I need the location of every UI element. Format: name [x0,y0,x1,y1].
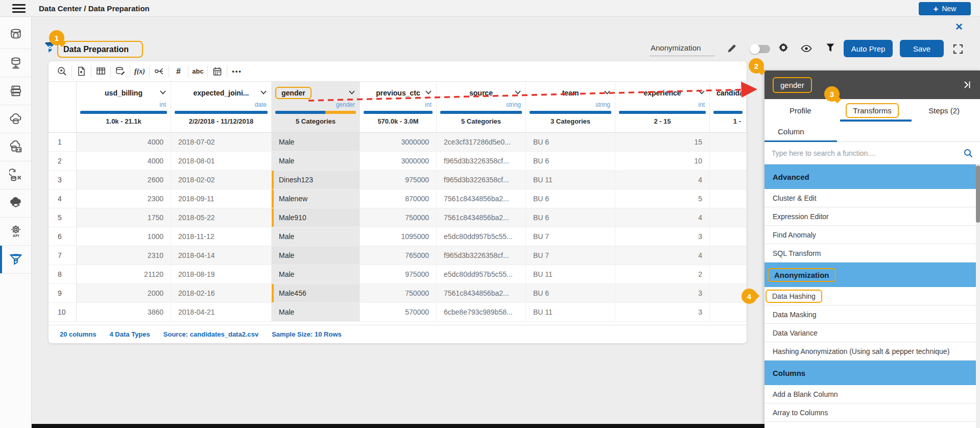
close-icon[interactable]: ✕ [955,21,963,33]
function-item-find-anomaly[interactable]: Find Anomaly [764,226,980,244]
chevron-down-icon[interactable] [349,90,355,94]
cell-usd_billing[interactable]: 2310 [77,246,171,265]
sidebar-item-data-cleanup[interactable] [0,161,31,189]
cell-team[interactable]: BU 7 [526,246,615,265]
cell-usd_billing[interactable]: 2600 [77,171,171,189]
chevron-down-icon[interactable] [260,90,267,94]
cell-experience[interactable]: 2 [615,265,710,283]
cell-usd_billing[interactable]: 4000 [77,152,171,170]
cell-candidate[interactable] [710,227,747,246]
subtab-column[interactable]: Column [764,122,980,142]
cell-candidate[interactable] [710,189,747,208]
cell-source[interactable]: 7561c8434856ba2... [437,284,526,302]
cell-expected_joini[interactable]: 2018-07-02 [171,133,272,151]
cell-previous_ctc[interactable]: 750000 [360,284,437,302]
cell-gender[interactable]: Male [272,133,360,151]
cell-expected_joini[interactable]: 2018-08-01 [171,152,272,170]
cell-usd_billing[interactable]: 1000 [77,227,171,246]
function-item-data-variance[interactable]: Data Variance [764,324,980,342]
cell-candidate[interactable] [710,171,747,189]
cell-experience[interactable]: 3 [615,227,710,246]
preview-toggle[interactable] [751,45,770,53]
auto-prep-button[interactable]: Auto Prep [844,40,893,57]
function-search-input[interactable] [772,149,960,157]
scrollbar-thumb[interactable] [976,165,980,223]
cell-team[interactable]: BU 11 [526,171,615,189]
cell-expected_joini[interactable]: 2018-02-02 [171,171,272,189]
function-item-hashing-anonymization-using-salt-pepper-[interactable]: Hashing Anonymization (Using salt & pepp… [764,342,980,361]
chevron-down-icon[interactable] [604,90,610,94]
cell-expected_joini[interactable]: 2018-02-16 [171,284,272,302]
function-item-expression-editor[interactable]: Expression Editor [764,207,980,226]
cell-candidate[interactable] [710,284,747,302]
cell-usd_billing[interactable]: 4000 [77,133,171,151]
cell-gender[interactable]: Dinesh123 [272,171,360,189]
cell-source[interactable]: e5dc80dd957b5c55... [437,227,526,246]
cell-candidate[interactable] [710,208,747,227]
panel-scrollbar[interactable] [976,164,980,428]
cell-previous_ctc[interactable]: 870000 [360,189,437,208]
cell-source[interactable]: f965d3b3226358cf... [437,152,526,170]
cell-candidate[interactable] [710,303,747,321]
function-item-array-to-columns[interactable]: Array to Columns [764,403,980,422]
edit-database-icon[interactable] [111,65,130,78]
cell-usd_billing[interactable]: 2000 [77,284,171,302]
cell-source[interactable]: 7561c8434856ba2... [437,208,526,227]
cell-experience[interactable]: 10 [615,152,710,170]
eye-icon[interactable] [801,45,812,52]
column-header-source[interactable]: sourcestring5 Categories [437,82,526,132]
cell-expected_joini[interactable]: 2018-05-22 [171,208,272,227]
cell-previous_ctc[interactable]: 765000 [360,246,437,265]
cell-team[interactable]: BU 7 [526,227,615,246]
sidebar-item-cloud-code[interactable] [0,133,31,161]
function-item-data-masking[interactable]: Data Masking [764,305,980,324]
cell-team[interactable]: BU 6 [526,133,615,151]
cell-previous_ctc[interactable]: 975000 [360,171,437,189]
cell-expected_joini[interactable]: 2018-04-14 [171,246,272,265]
cell-source[interactable]: f965d3b3226358cf... [437,171,526,189]
edit-pencil-icon[interactable] [727,44,736,53]
cell-gender[interactable]: Male910 [272,208,360,227]
function-item-sql-transform[interactable]: SQL Transform [764,244,980,263]
cell-previous_ctc[interactable]: 750000 [360,208,437,227]
chevron-down-icon[interactable] [425,90,432,94]
column-header-candidate[interactable]: candidate1 - [710,82,747,132]
cell-source[interactable]: f965d3b3226358cf... [437,246,526,265]
column-header-experience[interactable]: experienceint2 - 15 [615,82,710,132]
cell-team[interactable]: BU 6 [526,189,615,208]
column-header-team[interactable]: teamstring3 Categories [526,82,615,132]
new-button[interactable]: + New [919,2,971,15]
cell-gender[interactable]: Male [272,265,360,283]
cell-experience[interactable]: 4 [615,246,710,265]
chevron-down-icon[interactable] [160,90,166,94]
sidebar-item-data-center-home[interactable] [0,21,31,49]
tab-profile[interactable]: Profile [764,106,836,115]
collapse-panel-icon[interactable] [963,80,972,89]
report-file-icon[interactable] [72,65,91,78]
cell-previous_ctc[interactable]: 975000 [360,265,437,283]
cell-gender[interactable]: Male [272,227,360,246]
cell-source[interactable]: e5dc80dd957b5c55... [437,265,526,283]
cell-usd_billing[interactable]: 21120 [77,265,171,283]
cell-source[interactable]: 6cbe8e793c989b58... [437,303,526,321]
table-view-icon[interactable] [91,65,111,78]
chevron-down-icon[interactable] [515,90,521,94]
sidebar-item-data-preparation[interactable] [0,246,31,274]
tab-transforms[interactable]: Transforms [836,103,909,118]
settings-gear-icon[interactable] [778,42,788,53]
cell-experience[interactable]: 4 [615,171,710,189]
cell-gender[interactable]: Male [272,246,360,265]
cell-experience[interactable]: 4 [615,208,710,227]
cell-previous_ctc[interactable]: 570000 [360,303,437,321]
function-item-add-a-blank-column[interactable]: Add a Blank Column [764,385,980,403]
tab-steps[interactable]: Steps (2) [908,106,980,115]
cell-expected_joini[interactable]: 2018-04-21 [171,303,272,321]
cell-source[interactable]: 7561c8434856ba2... [437,189,526,208]
hamburger-menu-icon[interactable] [12,4,26,13]
chevron-down-icon[interactable] [699,90,705,94]
cell-candidate[interactable] [710,133,747,151]
cell-gender[interactable]: Male [272,303,360,321]
cell-gender[interactable]: Male456 [272,284,360,302]
cell-gender[interactable]: Male [272,152,360,170]
pipeline-icon[interactable] [150,65,169,78]
